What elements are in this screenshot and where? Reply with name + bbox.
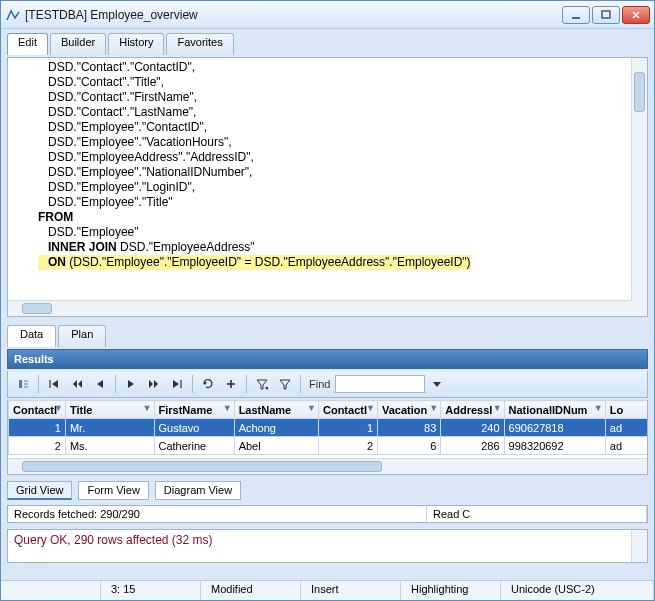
prev-record-button[interactable] xyxy=(89,374,111,394)
tab-form-view[interactable]: Form View xyxy=(78,481,148,500)
results-header: Results xyxy=(7,349,648,369)
titlebar[interactable]: [TESTDBA] Employee_overview xyxy=(1,1,654,29)
chevron-down-icon[interactable]: ▼ xyxy=(493,403,502,413)
scroll-corner xyxy=(631,300,647,316)
svg-marker-9 xyxy=(52,380,58,388)
svg-marker-14 xyxy=(149,380,153,388)
chevron-down-icon[interactable]: ▼ xyxy=(143,403,152,413)
tab-diagram-view[interactable]: Diagram View xyxy=(155,481,241,500)
grid-hscroll-thumb[interactable] xyxy=(22,461,382,472)
prev-page-button[interactable] xyxy=(66,374,88,394)
status-encoding: Unicode (USC-2) xyxy=(501,581,654,600)
results-grid[interactable]: ContactI▼ Title▼ FirstName▼ LastName▼ Co… xyxy=(7,400,648,475)
svg-marker-24 xyxy=(433,382,441,387)
editor-horizontal-scrollbar[interactable] xyxy=(8,300,631,316)
fetch-status: Records fetched: 290/290 Read C xyxy=(7,505,648,523)
col-title[interactable]: Title▼ xyxy=(65,401,154,419)
first-record-button[interactable] xyxy=(43,374,65,394)
table-header-row: ContactI▼ Title▼ FirstName▼ LastName▼ Co… xyxy=(9,401,648,419)
editor-vertical-scrollbar[interactable] xyxy=(631,58,647,300)
statusbar: 3: 15 Modified Insert Highlighting Unico… xyxy=(1,580,654,600)
grid-horizontal-scrollbar[interactable] xyxy=(8,458,647,474)
results-tabset: Data Plan xyxy=(7,325,648,347)
cursor-position: 3: 15 xyxy=(101,581,201,600)
filter-button[interactable] xyxy=(274,374,296,394)
vscroll-thumb[interactable] xyxy=(634,72,645,112)
records-fetched-label: Records fetched: 290/290 xyxy=(8,506,427,522)
message-scrollbar[interactable] xyxy=(631,530,647,562)
results-toolbar: Find xyxy=(7,371,648,398)
col-contactid[interactable]: ContactI▼ xyxy=(9,401,66,419)
chevron-down-icon[interactable]: ▼ xyxy=(366,403,375,413)
chevron-down-icon[interactable]: ▼ xyxy=(54,403,63,413)
read-committed-label: Read C xyxy=(427,506,647,522)
svg-marker-22 xyxy=(265,387,268,390)
tab-history[interactable]: History xyxy=(108,33,164,55)
svg-rect-4 xyxy=(19,380,22,388)
query-message: Query OK, 290 rows affected (32 ms) xyxy=(14,533,213,547)
maximize-button[interactable] xyxy=(592,6,620,24)
col-lastname[interactable]: LastName▼ xyxy=(234,401,318,419)
col-vacation[interactable]: Vacation▼ xyxy=(378,401,441,419)
tab-data[interactable]: Data xyxy=(7,325,56,347)
tab-grid-view[interactable]: Grid View xyxy=(7,481,72,500)
tab-builder[interactable]: Builder xyxy=(50,33,106,55)
sql-editor-panel: DSD."Contact"."ContactID", DSD."Contact"… xyxy=(7,57,648,317)
svg-marker-18 xyxy=(204,381,207,385)
svg-marker-12 xyxy=(97,380,103,388)
sql-editor[interactable]: DSD."Contact"."ContactID", DSD."Contact"… xyxy=(8,58,631,300)
table-row[interactable]: 1 Mr. Gustavo Achong 1 83 240 690627818 … xyxy=(9,419,648,437)
tab-plan[interactable]: Plan xyxy=(58,325,106,347)
view-tabset: Grid View Form View Diagram View xyxy=(7,481,648,500)
col-addressid[interactable]: AddressI▼ xyxy=(441,401,504,419)
status-insert: Insert xyxy=(301,581,401,600)
detail-icon[interactable] xyxy=(12,374,34,394)
new-record-button[interactable] xyxy=(220,374,242,394)
next-record-button[interactable] xyxy=(120,374,142,394)
filter-dropdown-button[interactable] xyxy=(251,374,273,394)
minimize-button[interactable] xyxy=(562,6,590,24)
svg-marker-11 xyxy=(78,380,82,388)
svg-marker-13 xyxy=(128,380,134,388)
find-input[interactable] xyxy=(335,375,425,393)
svg-marker-16 xyxy=(173,380,179,388)
last-record-button[interactable] xyxy=(166,374,188,394)
window-buttons xyxy=(562,6,650,24)
svg-marker-10 xyxy=(73,380,77,388)
status-modified: Modified xyxy=(201,581,301,600)
app-window: [TESTDBA] Employee_overview Edit Builder… xyxy=(0,0,655,601)
chevron-down-icon[interactable]: ▼ xyxy=(429,403,438,413)
refresh-button[interactable] xyxy=(197,374,219,394)
svg-marker-23 xyxy=(280,380,290,389)
window-title: [TESTDBA] Employee_overview xyxy=(25,8,562,22)
svg-rect-1 xyxy=(602,11,610,18)
status-highlighting: Highlighting xyxy=(401,581,501,600)
main-tabset: Edit Builder History Favorites xyxy=(7,33,648,55)
message-panel: Query OK, 290 rows affected (32 ms) xyxy=(7,529,648,563)
chevron-down-icon[interactable]: ▼ xyxy=(594,403,603,413)
svg-marker-15 xyxy=(154,380,158,388)
find-label: Find xyxy=(309,378,330,390)
app-icon xyxy=(5,7,21,23)
status-empty xyxy=(1,581,101,600)
col-firstname[interactable]: FirstName▼ xyxy=(154,401,234,419)
next-page-button[interactable] xyxy=(143,374,165,394)
find-dropdown-button[interactable] xyxy=(426,374,448,394)
close-button[interactable] xyxy=(622,6,650,24)
col-login[interactable]: Lo xyxy=(605,401,647,419)
chevron-down-icon[interactable]: ▼ xyxy=(307,403,316,413)
tab-edit[interactable]: Edit xyxy=(7,33,48,55)
tab-favorites[interactable]: Favorites xyxy=(166,33,233,55)
col-nationalid[interactable]: NationalIDNum▼ xyxy=(504,401,605,419)
chevron-down-icon[interactable]: ▼ xyxy=(223,403,232,413)
table-row[interactable]: 2 Ms. Catherine Abel 2 6 286 998320692 a… xyxy=(9,437,648,455)
client-area: Edit Builder History Favorites DSD."Cont… xyxy=(1,29,654,580)
col-contactid2[interactable]: ContactI▼ xyxy=(318,401,377,419)
hscroll-thumb[interactable] xyxy=(22,303,52,314)
